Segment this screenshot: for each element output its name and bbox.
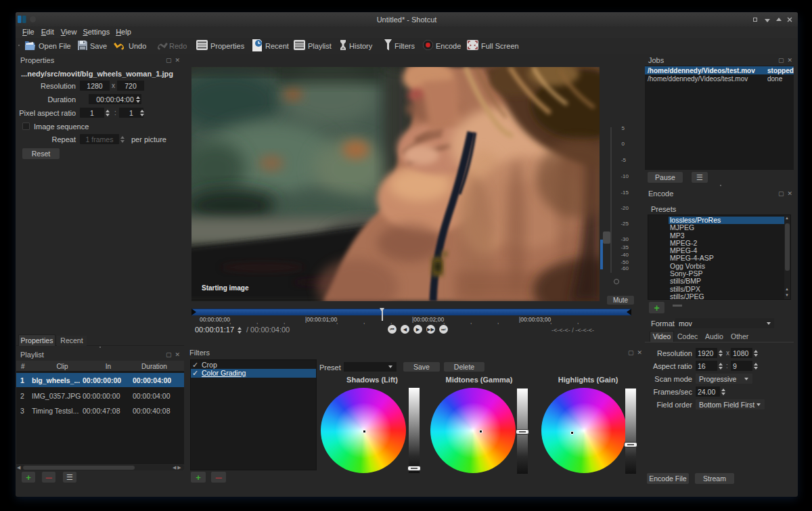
svg-text:Starting image: Starting image [202, 284, 249, 292]
